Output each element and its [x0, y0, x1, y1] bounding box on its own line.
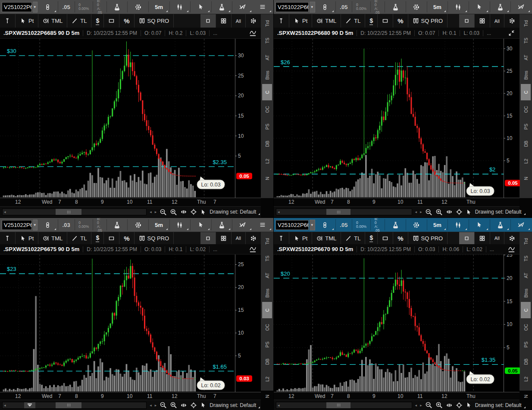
scroll-left-step-arrow[interactable]: ◂: [415, 209, 417, 215]
tab-db[interactable]: DB: [521, 354, 531, 370]
scrollbar-thumb[interactable]: [56, 209, 81, 215]
patterns-button[interactable]: [234, 219, 252, 231]
line-style-icon[interactable]: [245, 245, 261, 253]
tab-db[interactable]: DB: [262, 354, 272, 370]
crosshair-button[interactable]: [190, 401, 197, 409]
percent-tool-button[interactable]: %: [119, 14, 134, 28]
sq-pro-button[interactable]: SQ PRO: [408, 14, 448, 28]
scroll-left-step-arrow[interactable]: ◂: [150, 402, 152, 408]
crosshair-button[interactable]: [190, 208, 197, 216]
single-chart-button[interactable]: [200, 14, 216, 28]
tab-trd[interactable]: Trd: [521, 233, 531, 249]
patterns-button[interactable]: [512, 1, 530, 13]
tab-ts[interactable]: TS: [521, 250, 531, 267]
timeframe-button[interactable]: 5m: [150, 1, 168, 13]
cursor-mode-button[interactable]: [470, 1, 488, 13]
rectangle-tool-button[interactable]: [378, 232, 393, 244]
line-style-icon[interactable]: [504, 245, 519, 253]
scroll-left-arrow[interactable]: ◂: [278, 402, 280, 408]
restore-icon[interactable]: [504, 29, 519, 37]
studies-flask-button[interactable]: [491, 219, 509, 231]
drawing-set-selector[interactable]: Drawing set: Default: [475, 209, 526, 215]
price-level-tool-button[interactable]: $: [91, 232, 103, 244]
symbol-input[interactable]: V251022P6680: [275, 2, 309, 12]
cursor-button[interactable]: [466, 401, 472, 409]
tab-l2[interactable]: L2: [521, 153, 531, 169]
tml-tool-button[interactable]: TML: [312, 14, 341, 28]
zoom-out-button[interactable]: [425, 208, 432, 216]
zoom-out-button[interactable]: [425, 401, 432, 409]
tab-trd[interactable]: Trd: [262, 15, 272, 31]
cursor-button[interactable]: [200, 401, 207, 409]
tab-oc[interactable]: OC: [521, 101, 531, 118]
rectangle-tool-button[interactable]: [104, 14, 119, 28]
symbol-dropdown-button[interactable]: ▼: [310, 2, 315, 12]
tab-oc[interactable]: OC: [262, 319, 272, 335]
tab-n[interactable]: N: [521, 388, 531, 404]
cursor-mode-button[interactable]: [192, 219, 210, 231]
cursor-button[interactable]: [466, 208, 472, 216]
link-charts-button[interactable]: [316, 219, 334, 231]
single-chart-button[interactable]: [459, 232, 474, 244]
link-charts-button[interactable]: [316, 1, 334, 13]
pin-toolbar-button[interactable]: [0, 14, 15, 28]
tab-c[interactable]: C: [521, 302, 531, 318]
pointer-tool-button[interactable]: Pt: [16, 14, 38, 28]
scrollbar-track[interactable]: ◂: [2, 208, 147, 215]
pan-mode-button[interactable]: [180, 208, 187, 216]
tab-btns[interactable]: Btns: [262, 285, 272, 301]
analyze-flask-button[interactable]: [386, 219, 404, 231]
chart-type-button[interactable]: [449, 1, 467, 13]
grid-layout-button[interactable]: [216, 14, 231, 28]
zoom-out-button[interactable]: [160, 208, 167, 216]
trendline-tool-button[interactable]: TL: [341, 232, 365, 244]
scrollbar-track[interactable]: ◂: [276, 402, 412, 409]
all-charts-button[interactable]: All: [490, 232, 504, 244]
analyze-flask-button[interactable]: [108, 1, 126, 13]
zoom-out-button[interactable]: [160, 401, 167, 409]
pan-mode-button[interactable]: [180, 401, 187, 409]
tab-trd[interactable]: Trd: [262, 233, 272, 249]
toolbar-settings-gear-button[interactable]: [504, 14, 519, 28]
zoom-in-button[interactable]: [170, 208, 177, 216]
header-more[interactable]: ...: [483, 30, 494, 36]
tab-ts[interactable]: TS: [521, 32, 531, 49]
pan-mode-button[interactable]: [446, 401, 453, 409]
symbol-dropdown-button[interactable]: ▼: [310, 220, 315, 230]
price-level-tool-button[interactable]: $: [365, 14, 377, 28]
tab-ts[interactable]: TS: [262, 32, 272, 49]
scroll-jump-button[interactable]: [24, 402, 35, 408]
tab-l2[interactable]: L2: [262, 153, 272, 169]
price-chart[interactable]: 510152025$20$1.350.05Lo: 0.02: [274, 255, 519, 392]
timeframe-button[interactable]: 5m: [428, 1, 446, 13]
zoom-in-button[interactable]: [435, 401, 443, 409]
studies-flask-button[interactable]: [213, 219, 231, 231]
tab-ps[interactable]: PS: [521, 336, 531, 353]
crosshair-button[interactable]: [456, 401, 463, 409]
tab-at[interactable]: AT: [521, 267, 531, 284]
chart-menu-button[interactable]: [253, 219, 272, 231]
scrollbar-thumb[interactable]: [326, 402, 350, 408]
tab-db[interactable]: DB: [521, 136, 531, 152]
toolbar-settings-gear-button[interactable]: [246, 232, 261, 244]
grid-layout-button[interactable]: [475, 14, 490, 28]
tml-tool-button[interactable]: TML: [38, 14, 67, 28]
percent-tool-button[interactable]: %: [393, 14, 407, 28]
toolbar-settings-gear-button[interactable]: [246, 14, 261, 28]
price-level-tool-button[interactable]: $: [91, 14, 103, 28]
pointer-tool-button[interactable]: Pt: [289, 14, 312, 28]
tab-n[interactable]: N: [521, 170, 531, 186]
trendline-tool-button[interactable]: TL: [67, 232, 91, 244]
price-chart[interactable]: 51015202530$30$2.350.05Lo: 0.03: [0, 39, 261, 198]
header-more[interactable]: ...: [486, 246, 498, 252]
header-more[interactable]: ...: [209, 246, 221, 252]
scroll-right-step-arrow[interactable]: ▸: [155, 209, 157, 215]
zoom-in-button[interactable]: [435, 208, 443, 216]
drawing-set-selector[interactable]: Drawing set: Default: [475, 402, 526, 408]
scroll-left-arrow[interactable]: ◂: [4, 402, 6, 408]
tab-trd[interactable]: Trd: [521, 15, 531, 31]
pointer-tool-button[interactable]: Pt: [289, 232, 312, 244]
patterns-button[interactable]: [234, 1, 252, 13]
chart-settings-gear-button[interactable]: [407, 1, 426, 13]
sq-pro-button[interactable]: SQ PRO: [135, 14, 174, 28]
